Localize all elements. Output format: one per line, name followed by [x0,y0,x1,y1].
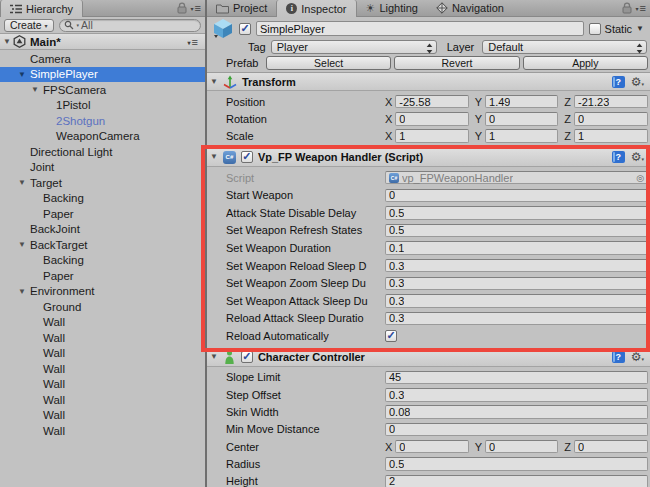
property-field[interactable]: 0 [395,112,468,126]
tab-lighting[interactable]: ☀Lighting [357,0,427,16]
foldout-icon[interactable]: ▼ [18,71,26,79]
tree-row[interactable]: Wall [0,408,205,424]
tree-row[interactable]: Backing [0,191,205,207]
component-header[interactable]: ▼✓Character Controller?⚙▾ [207,349,650,367]
property-field[interactable]: 0.3 [385,277,648,291]
foldout-icon[interactable]: ▼ [210,78,218,86]
property-field[interactable]: 0 [385,423,648,437]
property-field[interactable]: 0 [485,440,558,454]
tree-row[interactable]: 1Pistol [0,98,205,114]
tree-row[interactable]: WeaponCamera [0,129,205,145]
tree-row[interactable]: Wall [0,361,205,377]
field-value: 0 [489,441,495,453]
property-field[interactable]: 45 [385,371,648,385]
help-book-icon[interactable]: ? [612,151,625,163]
property-field[interactable]: 1.49 [485,95,558,109]
property-field[interactable]: 0.08 [385,405,648,419]
help-book-icon[interactable]: ? [612,76,625,88]
object-picker-icon[interactable]: ◎ [636,173,644,183]
scene-menu-icon[interactable]: ▾≡ [188,36,198,48]
tab-navigation[interactable]: Navigation [427,0,513,16]
tree-row[interactable]: Camera [0,51,205,67]
component-enabled-checkbox[interactable]: ✓ [241,151,253,163]
tree-row[interactable]: ▼Environment [0,284,205,300]
lock-icon[interactable] [177,2,187,14]
tree-row[interactable]: ▼FPSCamera [0,82,205,98]
prefab-select-button[interactable]: Select [266,56,391,70]
component-header[interactable]: ▼C#✓Vp_FP Weapon Handler (Script)?⚙▾ [207,149,650,167]
property-field[interactable]: -21.23 [574,95,648,109]
settings-gear-icon[interactable]: ⚙▾ [631,351,644,363]
property-field[interactable]: 0.1 [385,241,648,255]
property-field[interactable]: 0 [395,440,468,454]
scene-row[interactable]: ▼ Main* ▾≡ [0,34,205,50]
property-field[interactable]: -25.58 [395,95,468,109]
property-field[interactable]: 0.5 [385,206,648,220]
foldout-icon[interactable]: ▼ [210,153,218,161]
lock-icon[interactable] [622,2,632,14]
settings-gear-icon[interactable]: ⚙▾ [631,151,644,163]
transform-tool-icon [223,75,237,89]
settings-gear-icon[interactable]: ⚙▾ [631,76,644,88]
tab-project[interactable]: Project [207,0,276,16]
property-field[interactable]: 1 [485,129,558,143]
property-field[interactable]: 0 [574,440,648,454]
tab-inspector[interactable]: iInspector [276,0,356,17]
prefab-apply-button[interactable]: Apply [523,56,648,70]
tab-hierarchy[interactable]: Hierarchy [0,0,83,17]
property-field[interactable]: 1 [395,129,468,143]
tree-row[interactable]: Paper [0,268,205,284]
panel-menu-icon[interactable]: ▾≡ [636,2,646,14]
search-input[interactable]: ▾ All [59,19,201,32]
property-checkbox[interactable]: ✓ [385,330,397,342]
active-checkbox[interactable]: ✓ [239,23,251,35]
tree-row[interactable]: Ground [0,299,205,315]
panel-menu-icon[interactable]: ▾≡ [191,2,201,14]
property-field[interactable]: 0.3 [385,388,648,402]
property-field[interactable]: 0 [574,112,648,126]
tree-row[interactable]: Wall [0,346,205,362]
tree-row[interactable]: Wall [0,423,205,439]
help-book-icon[interactable]: ? [612,351,625,363]
tree-row[interactable]: ▼SimplePlayer [0,67,205,83]
tree-row[interactable]: Wall [0,315,205,331]
property-label: Set Weapon Reload Sleep D [226,260,385,272]
prefab-revert-button[interactable]: Revert [394,56,519,70]
tree-row[interactable]: Directional Light [0,144,205,160]
scene-foldout-icon[interactable]: ▼ [3,38,11,46]
object-reference-field[interactable]: C#vp_FPWeaponHandler◎ [385,171,648,185]
property-field[interactable]: 0.3 [385,294,648,308]
component-enabled-checkbox[interactable]: ✓ [241,351,253,363]
property-field[interactable]: 0.3 [385,259,648,273]
property-field[interactable]: 0 [385,189,648,203]
gameobject-cube-icon[interactable] [212,19,234,39]
foldout-icon[interactable]: ▼ [210,353,218,361]
property-field[interactable]: 0.5 [385,457,648,471]
tree-row[interactable]: Wall [0,392,205,408]
foldout-icon[interactable]: ▼ [31,86,39,94]
property-field[interactable]: 0.3 [385,312,648,326]
foldout-icon[interactable]: ▼ [18,288,26,296]
create-button[interactable]: Create ▾ [4,19,54,32]
tree-row[interactable]: BackJoint [0,222,205,238]
tree-row[interactable]: Paper [0,206,205,222]
property-field[interactable]: 2 [385,475,648,487]
foldout-icon[interactable]: ▼ [18,241,26,249]
tree-row[interactable]: Joint [0,160,205,176]
static-dropdown-icon[interactable]: ▼ [636,24,644,33]
foldout-icon[interactable]: ▼ [18,179,26,187]
component-header[interactable]: ▼Transform?⚙▾ [207,73,650,91]
tree-row[interactable]: ▼Target [0,175,205,191]
tree-row[interactable]: Backing [0,253,205,269]
tree-row[interactable]: 2Shotgun [0,113,205,129]
tree-row[interactable]: Wall [0,330,205,346]
name-field[interactable]: SimplePlayer [256,21,584,36]
tag-dropdown[interactable]: Player [271,40,437,54]
property-field[interactable]: 0 [485,112,558,126]
property-field[interactable]: 1 [574,129,648,143]
property-field[interactable]: 0.5 [385,224,648,238]
layer-dropdown[interactable]: Default [482,40,647,54]
static-checkbox[interactable] [589,23,601,35]
tree-row[interactable]: ▼BackTarget [0,237,205,253]
tree-row[interactable]: Wall [0,377,205,393]
